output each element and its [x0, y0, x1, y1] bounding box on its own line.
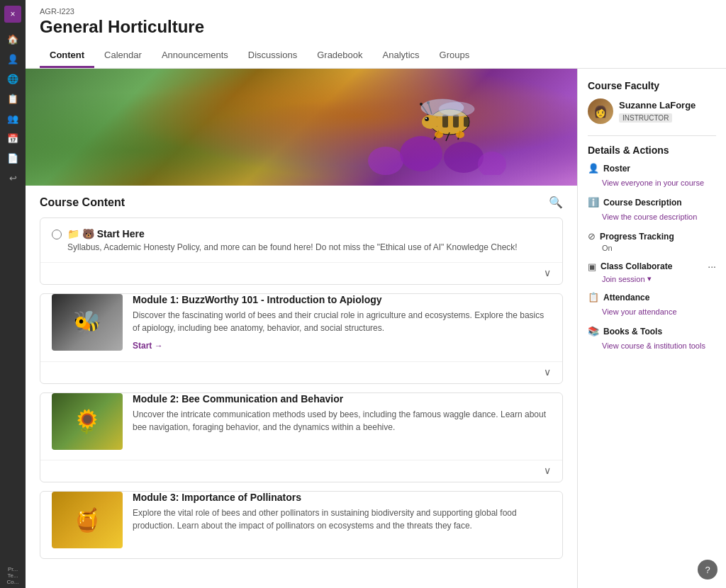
module-2-body: Module 2: Bee Communication and Behavior… — [40, 393, 562, 460]
attendance-link[interactable]: View your attendance — [588, 307, 677, 316]
start-here-inner: 📁 🐻 Start Here Syllabus, Academic Honest… — [40, 218, 562, 262]
collaborate-more-button[interactable]: ··· — [708, 261, 716, 272]
description-icon: ℹ️ — [588, 197, 599, 208]
join-session-link[interactable]: Join session ▾ — [588, 274, 716, 283]
hero-bee-svg — [364, 83, 506, 175]
books-tools-header: 📚 Books & Tools — [588, 326, 716, 337]
faculty-name: Suzanne LaForge — [619, 100, 696, 111]
module-1-desc: Discover the fascinating world of bees a… — [133, 309, 551, 334]
module-1-chevron-icon[interactable]: ∨ — [544, 366, 551, 378]
module-1-body: Module 1: BuzzWorthy 101 - Introduction … — [40, 294, 562, 361]
details-section: Details & Actions 👤 Roster View everyone… — [588, 135, 716, 351]
close-button[interactable]: × — [4, 6, 21, 23]
books-tools-item: 📚 Books & Tools View course & institutio… — [588, 326, 716, 351]
module-2-thumbnail — [52, 393, 123, 450]
module-3-desc: Explore the vital role of bees and other… — [133, 507, 551, 532]
course-content-section: Course Content 🔍 📁 🐻 Start Here Syllabus… — [26, 186, 577, 577]
user-icon[interactable]: 👤 — [5, 51, 21, 67]
globe-icon[interactable]: 🌐 — [5, 71, 21, 86]
module-2-card: Module 2: Bee Communication and Behavior… — [40, 392, 563, 482]
sidebar-bottom-hint: Pr...Te...Co... — [0, 563, 26, 588]
page-header: AGR-I223 General Horticulture Content Ca… — [26, 0, 726, 69]
module-2-name: Module 2: Bee Communication and Behavior — [133, 393, 551, 405]
faculty-info: Suzanne LaForge INSTRUCTOR — [619, 100, 696, 123]
svg-point-11 — [425, 117, 429, 121]
books-icon: 📚 — [588, 326, 599, 337]
svg-point-2 — [444, 142, 484, 173]
start-here-title: 📁 🐻 Start Here — [67, 228, 551, 239]
back-icon[interactable]: ↩ — [5, 170, 21, 186]
main-content: AGR-I223 General Horticulture Content Ca… — [26, 0, 726, 588]
collaborate-label-group: ▣ Class Collaborate — [588, 261, 672, 272]
books-tools-label: Books & Tools — [603, 327, 662, 337]
details-section-title: Details & Actions — [588, 145, 716, 156]
faculty-card: 👩 Suzanne LaForge INSTRUCTOR — [588, 98, 716, 124]
tab-announcements[interactable]: Announcements — [152, 44, 238, 68]
module-1-thumbnail — [52, 294, 123, 351]
module-2-chevron-icon[interactable]: ∨ — [544, 465, 551, 476]
start-here-desc: Syllabus, Academic Honesty Policy, and m… — [67, 242, 551, 252]
module-2-desc: Uncover the intricate communication meth… — [133, 408, 551, 434]
tab-discussions[interactable]: Discussions — [238, 44, 307, 68]
tab-groups[interactable]: Groups — [430, 44, 480, 68]
attendance-icon: 📋 — [588, 292, 599, 303]
progress-icon: ⊘ — [588, 231, 596, 242]
collaborate-icon: ▣ — [588, 261, 596, 272]
course-description-header: ℹ️ Course Description — [588, 197, 716, 208]
tab-gradebook[interactable]: Gradebook — [307, 44, 372, 68]
hero-image — [26, 69, 577, 186]
description-label: Course Description — [603, 198, 682, 208]
join-session-chevron-icon: ▾ — [647, 274, 652, 283]
roster-icon: 👤 — [588, 163, 599, 174]
calendar-icon[interactable]: 📅 — [5, 130, 21, 146]
faculty-role: INSTRUCTOR — [619, 113, 672, 123]
main-column: Course Content 🔍 📁 🐻 Start Here Syllabus… — [26, 69, 577, 588]
progress-tracking-label: Progress Tracking — [600, 232, 674, 242]
left-sidebar: × 🏠 👤 🌐 📋 👥 📅 📄 ↩ Pr...Te...Co... — [0, 0, 26, 588]
group-icon[interactable]: 👥 — [5, 111, 21, 126]
faculty-avatar: 👩 — [588, 98, 613, 124]
svg-point-10 — [422, 115, 439, 129]
books-tools-link[interactable]: View course & institution tools — [588, 341, 705, 350]
tab-analytics[interactable]: Analytics — [373, 44, 430, 68]
file-icon[interactable]: 📄 — [5, 150, 21, 166]
description-link[interactable]: View the course description — [588, 213, 697, 221]
svg-point-22 — [435, 131, 443, 138]
start-here-radio[interactable] — [52, 230, 62, 239]
module-1-text: Module 1: BuzzWorthy 101 - Introduction … — [133, 294, 551, 351]
start-here-card: 📁 🐻 Start Here Syllabus, Academic Honest… — [40, 217, 563, 285]
svg-point-12 — [425, 118, 427, 119]
content-search-button[interactable]: 🔍 — [549, 196, 563, 209]
faculty-section-title: Course Faculty — [588, 80, 716, 91]
module-3-text: Module 3: Importance of Pollinators Expl… — [133, 492, 551, 548]
help-button[interactable]: ? — [698, 560, 717, 579]
module-1-start-link[interactable]: Start → — [133, 341, 163, 351]
svg-point-1 — [400, 136, 442, 171]
nav-tabs: Content Calendar Announcements Discussio… — [40, 44, 712, 68]
module-3-thumbnail — [52, 492, 123, 548]
course-code: AGR-I223 — [40, 7, 712, 16]
attendance-label: Attendance — [603, 293, 649, 303]
document-icon[interactable]: 📋 — [5, 91, 21, 106]
attendance-item: 📋 Attendance View your attendance — [588, 292, 716, 317]
module-3-body: Module 3: Importance of Pollinators Expl… — [40, 492, 562, 558]
module-3-card: Module 3: Importance of Pollinators Expl… — [40, 491, 563, 559]
svg-point-0 — [368, 147, 403, 175]
progress-tracking-value: On — [588, 244, 716, 252]
tab-calendar[interactable]: Calendar — [94, 44, 152, 68]
module-1-name: Module 1: BuzzWorthy 101 - Introduction … — [133, 294, 551, 305]
roster-link[interactable]: View everyone in your course — [588, 179, 704, 187]
roster-header: 👤 Roster — [588, 163, 716, 174]
module-2-toggle: ∨ — [40, 460, 562, 482]
module-1-card: Module 1: BuzzWorthy 101 - Introduction … — [40, 293, 563, 384]
start-here-content: 📁 🐻 Start Here Syllabus, Academic Honest… — [67, 228, 551, 252]
svg-point-18 — [439, 102, 474, 116]
start-here-chevron-icon[interactable]: ∨ — [544, 267, 551, 278]
tab-content[interactable]: Content — [40, 44, 94, 68]
svg-rect-9 — [464, 117, 469, 127]
home-icon[interactable]: 🏠 — [5, 31, 21, 47]
section-title: Course Content — [40, 196, 125, 209]
module-3-name: Module 3: Importance of Pollinators — [133, 492, 551, 503]
roster-label: Roster — [603, 164, 630, 174]
class-collaborate-item: ▣ Class Collaborate ··· Join session ▾ — [588, 261, 716, 283]
